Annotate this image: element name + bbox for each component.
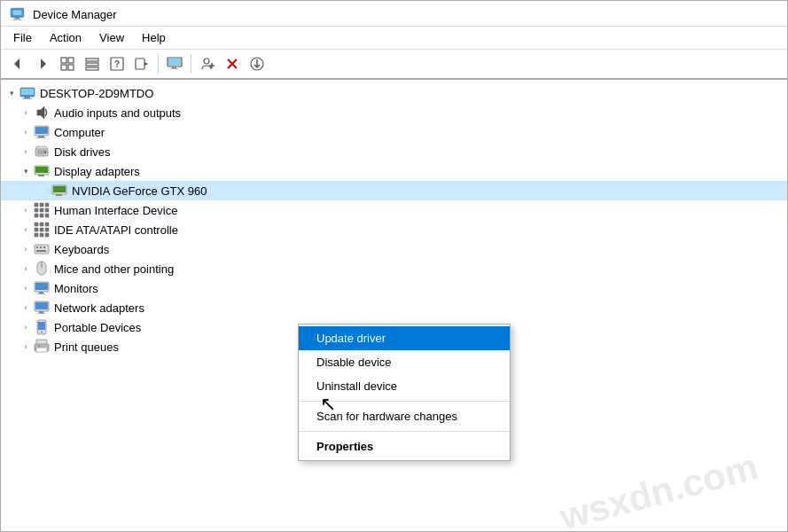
computer-icon — [33, 123, 51, 141]
svg-marker-16 — [144, 62, 148, 66]
svg-rect-68 — [43, 246, 45, 248]
disk-icon — [33, 143, 51, 160]
tree-item-disk[interactable]: › Disk drives — [1, 142, 787, 161]
svg-rect-60 — [40, 228, 43, 231]
svg-rect-34 — [35, 127, 48, 134]
back-button[interactable] — [6, 52, 29, 75]
expand-display[interactable]: ▾ — [19, 164, 33, 178]
svg-rect-11 — [86, 63, 98, 66]
menu-bar: File Action View Help — [1, 27, 787, 50]
svg-rect-74 — [35, 283, 48, 290]
tree-item-ide[interactable]: › IDE ATA/ATAPI controlle — [1, 220, 787, 239]
tree-item-keyboards[interactable]: › Keyboards — [1, 239, 787, 259]
tree-item-nvidia[interactable]: NVIDIA GeForce GTX 960 — [1, 181, 787, 200]
svg-rect-51 — [40, 208, 43, 212]
network-label: Network adapters — [54, 301, 144, 315]
toolbar-sep-1 — [158, 54, 159, 74]
svg-rect-9 — [68, 65, 74, 70]
root-icon — [19, 84, 36, 102]
expand-network[interactable]: › — [19, 301, 33, 315]
video-button[interactable] — [130, 52, 153, 75]
tree-item-network[interactable]: › Network adapters — [1, 298, 787, 317]
expand-hid[interactable]: › — [19, 203, 33, 217]
tree-item-mice[interactable]: › Mice and other pointing — [1, 259, 787, 278]
add-user-button[interactable] — [196, 52, 219, 75]
ctx-update-driver[interactable]: Update driver — [299, 326, 510, 350]
monitor-button[interactable] — [163, 52, 186, 75]
svg-rect-36 — [36, 137, 46, 138]
expand-mice[interactable]: › — [19, 262, 33, 276]
audio-label: Audio inputs and outputs — [54, 106, 181, 120]
display-icon — [33, 162, 51, 180]
delete-button[interactable] — [221, 52, 244, 75]
svg-rect-69 — [36, 250, 46, 252]
expand-ide[interactable]: › — [19, 223, 33, 237]
svg-rect-67 — [40, 246, 42, 248]
menu-view[interactable]: View — [90, 28, 133, 47]
svg-rect-80 — [37, 313, 45, 314]
tree-item-monitors[interactable]: › Monitors — [1, 278, 787, 298]
svg-rect-58 — [45, 223, 49, 226]
tree-item-audio[interactable]: › Audio inputs and outputs — [1, 103, 787, 122]
expand-print[interactable]: › — [19, 340, 33, 354]
network-icon — [33, 299, 51, 317]
svg-rect-56 — [35, 223, 38, 226]
properties-list-button[interactable] — [81, 52, 104, 75]
svg-rect-35 — [38, 136, 44, 137]
svg-rect-20 — [170, 68, 178, 69]
svg-rect-87 — [38, 345, 40, 347]
svg-rect-54 — [40, 214, 43, 217]
svg-rect-46 — [56, 194, 62, 196]
menu-help[interactable]: Help — [133, 28, 175, 47]
print-icon — [33, 338, 51, 356]
svg-rect-75 — [39, 292, 43, 293]
download-button[interactable] — [246, 52, 269, 75]
svg-rect-53 — [35, 214, 38, 217]
ctx-scan-hardware[interactable]: Scan for hardware changes — [299, 404, 510, 428]
svg-rect-62 — [35, 233, 38, 237]
ctx-properties[interactable]: Properties — [299, 434, 510, 458]
menu-file[interactable]: File — [4, 28, 41, 47]
svg-rect-55 — [45, 214, 49, 217]
svg-rect-49 — [45, 203, 49, 207]
expand-audio[interactable]: › — [19, 106, 33, 120]
svg-point-83 — [41, 332, 43, 333]
ctx-sep-1 — [299, 401, 510, 402]
expand-disk[interactable]: › — [19, 145, 33, 159]
ctx-disable-device[interactable]: Disable device — [299, 350, 510, 374]
properties-grid-button[interactable] — [56, 52, 79, 75]
expand-portable[interactable]: › — [19, 320, 33, 334]
svg-rect-45 — [53, 186, 66, 192]
svg-rect-47 — [35, 203, 38, 207]
forward-button[interactable] — [31, 52, 54, 75]
menu-action[interactable]: Action — [41, 28, 90, 47]
tree-item-computer[interactable]: › Computer — [1, 122, 787, 142]
tree-item-root[interactable]: ▾ DESKTOP-2D9MTDO — [1, 83, 787, 103]
tree-item-hid[interactable]: › Human Interface Device — [1, 200, 787, 220]
expand-keyboards[interactable]: › — [19, 242, 33, 256]
ide-label: IDE ATA/ATAPI controlle — [54, 223, 178, 237]
svg-rect-7 — [68, 58, 74, 63]
title-bar: Device Manager — [1, 1, 787, 27]
expand-root[interactable]: ▾ — [4, 86, 19, 100]
print-label: Print queues — [54, 340, 119, 354]
svg-point-72 — [41, 264, 43, 267]
expand-computer[interactable]: › — [19, 125, 33, 139]
keyboard-icon — [33, 240, 51, 258]
computer-label: Computer — [54, 126, 105, 139]
hid-icon — [33, 201, 51, 219]
svg-rect-31 — [22, 98, 32, 99]
ctx-uninstall-device[interactable]: Uninstall device — [299, 374, 510, 398]
expand-monitors[interactable]: › — [19, 281, 33, 295]
tree-item-display[interactable]: ▾ Display adapters — [1, 161, 787, 181]
mice-label: Mice and other pointing — [54, 262, 174, 276]
help-button[interactable]: ? — [105, 52, 129, 75]
portable-label: Portable Devices — [54, 321, 141, 334]
audio-icon — [33, 104, 51, 121]
svg-rect-52 — [45, 208, 49, 212]
tree-view[interactable]: ▾ DESKTOP-2D9MTDO › — [1, 80, 787, 531]
svg-rect-10 — [86, 59, 98, 61]
context-menu: Update driver Disable device Uninstall d… — [298, 324, 511, 461]
svg-marker-4 — [14, 59, 20, 69]
nvidia-icon — [51, 182, 68, 200]
